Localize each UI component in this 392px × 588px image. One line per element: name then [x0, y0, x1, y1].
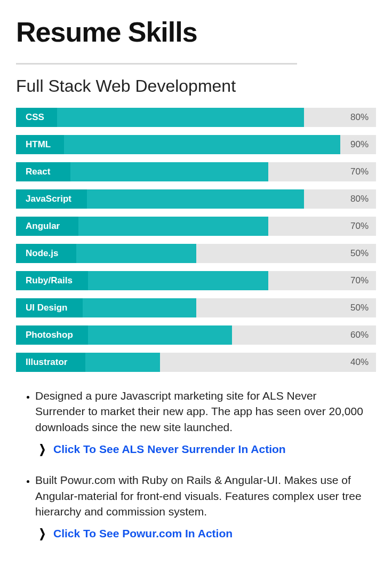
skill-bar: React70% [16, 162, 376, 181]
list-item: Designed a pure Javascript marketing sit… [35, 388, 367, 456]
project-link[interactable]: Click To See ALS Never Surrender In Acti… [53, 443, 286, 456]
page-title: Resume Skills [16, 16, 376, 48]
skill-percent: 70% [350, 217, 369, 236]
section-subtitle: Full Stack Web Development [16, 76, 376, 96]
divider [16, 63, 297, 65]
skill-bar: UI Design50% [16, 298, 376, 317]
skill-bar: JavaScript80% [16, 189, 376, 209]
skill-percent: 60% [350, 325, 369, 345]
chevron-right-icon: ❯ [39, 442, 46, 456]
list-item-text: Designed a pure Javascript marketing sit… [35, 388, 367, 435]
skill-bar: Illustrator40% [16, 353, 376, 372]
skill-label: Photoshop [16, 325, 88, 345]
skill-bar: Photoshop60% [16, 325, 376, 345]
skill-percent: 80% [350, 189, 369, 209]
skills-chart: CSS80%HTML90%React70%JavaScript80%Angula… [16, 108, 376, 372]
experience-list: Designed a pure Javascript marketing sit… [16, 388, 376, 541]
skill-percent: 50% [350, 298, 369, 317]
skill-percent: 70% [350, 271, 369, 290]
list-item-text: Built Powur.com with Ruby on Rails & Ang… [35, 472, 367, 519]
skill-percent: 90% [350, 135, 369, 154]
skill-percent: 70% [350, 162, 369, 181]
skill-bar: HTML90% [16, 135, 376, 154]
skill-label: React [16, 162, 70, 181]
skill-bar: Angular70% [16, 217, 376, 236]
skill-label: CSS [16, 108, 57, 127]
skill-label: HTML [16, 135, 64, 154]
skill-label: Ruby/Rails [16, 271, 88, 290]
skill-label: Illustrator [16, 353, 85, 372]
skill-percent: 50% [350, 244, 369, 263]
skill-label: Node.js [16, 244, 76, 263]
skill-label: Angular [16, 217, 78, 236]
skill-bar: Node.js50% [16, 244, 376, 263]
chevron-right-icon: ❯ [39, 527, 46, 541]
skill-percent: 80% [350, 108, 369, 127]
project-link[interactable]: Click To See Powur.com In Action [53, 527, 233, 540]
skill-bar: Ruby/Rails70% [16, 271, 376, 290]
skill-label: JavaScript [16, 189, 87, 209]
skill-percent: 40% [350, 353, 369, 372]
skill-label: UI Design [16, 298, 83, 317]
skill-bar: CSS80% [16, 108, 376, 127]
list-item: Built Powur.com with Ruby on Rails & Ang… [35, 472, 367, 541]
